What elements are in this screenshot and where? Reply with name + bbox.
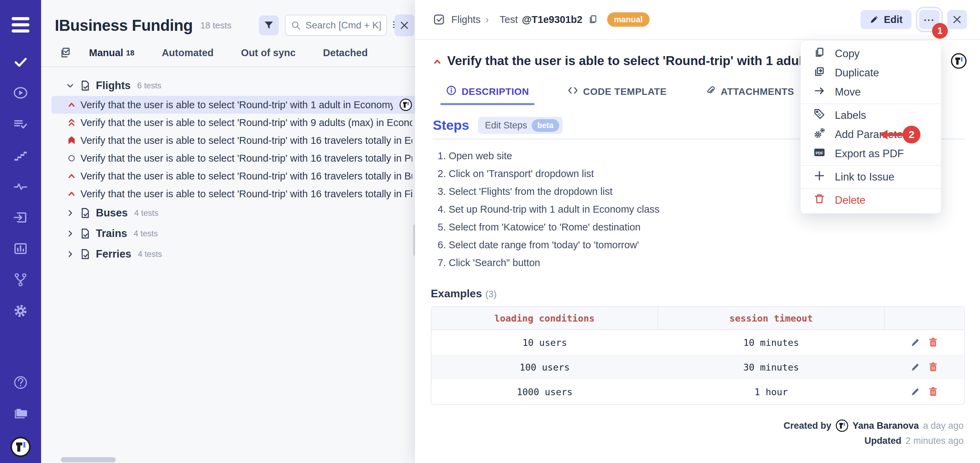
menu-item-delete[interactable]: Delete <box>800 191 941 210</box>
git-branch-icon[interactable] <box>13 272 29 288</box>
edit-row-button[interactable] <box>910 386 921 397</box>
breadcrumb-folder[interactable]: Flights <box>451 14 480 25</box>
import-box-icon[interactable] <box>13 210 29 225</box>
menu-item-link-to-issue[interactable]: Link to Issue <box>800 167 941 187</box>
info-icon <box>446 85 457 98</box>
examples-cell: 1 hour <box>658 379 884 404</box>
examples-column-header: session timeout <box>658 307 884 330</box>
select-all-check-icon[interactable] <box>59 46 71 59</box>
priority-normal-icon <box>67 154 76 163</box>
updated-ago: 2 minutes ago <box>905 436 964 446</box>
edit-row-button[interactable] <box>910 362 921 372</box>
tree-group-ferries[interactable]: Ferries4 tests <box>41 244 418 264</box>
projects-folders-icon[interactable] <box>13 406 29 421</box>
plans-list-check-icon[interactable] <box>13 116 29 132</box>
menu-item-export-as-pdf[interactable]: PDFExport as PDF <box>800 144 941 163</box>
runs-play-circle-icon[interactable] <box>13 85 29 101</box>
chevron-right-icon[interactable] <box>66 208 75 218</box>
delete-row-button[interactable] <box>928 362 939 372</box>
test-row[interactable]: Verify that the user is able to select '… <box>51 185 416 203</box>
suite-doc-icon <box>80 228 91 239</box>
group-count: 4 tests <box>134 229 158 239</box>
pulse-analytics-icon[interactable] <box>13 178 29 194</box>
suite-doc-icon <box>80 249 91 259</box>
group-name: Buses <box>96 207 128 219</box>
menu-item-duplicate[interactable]: Duplicate <box>800 64 941 83</box>
test-row[interactable]: Verify that the user is able to select '… <box>51 96 416 114</box>
annotation-badge-1: 1 <box>932 23 948 39</box>
more-actions-button[interactable]: ... 1 <box>919 10 940 29</box>
examples-cell: 10 minutes <box>658 330 884 355</box>
priority-high-icon <box>433 57 442 66</box>
examples-cell: 10 users <box>431 330 658 355</box>
test-row[interactable]: Verify that the user is able to select '… <box>51 114 416 132</box>
code-icon <box>567 85 578 98</box>
chevron-right-icon[interactable] <box>66 229 75 238</box>
settings-gear-icon[interactable] <box>13 303 29 319</box>
group-name: Ferries <box>96 248 131 260</box>
reports-bar-chart-icon[interactable] <box>13 241 29 256</box>
menu-item-copy[interactable]: Copy <box>800 44 941 64</box>
tree-group-flights[interactable]: Flights6 tests <box>41 75 418 96</box>
pencil-icon <box>869 15 879 24</box>
user-avatar-logo[interactable] <box>10 436 31 458</box>
menu-divider <box>800 188 941 189</box>
test-type-tabs: Manual18AutomatedOut of syncDetached <box>41 46 418 67</box>
steps-heading: Steps <box>433 118 469 133</box>
help-question-icon[interactable] <box>13 375 29 390</box>
created-by-label: Created by <box>783 420 831 431</box>
menu-item-labels[interactable]: Labels <box>800 106 941 125</box>
close-icon <box>400 21 409 30</box>
tests-count: 18 tests <box>200 20 231 31</box>
copy-id-icon[interactable] <box>588 14 598 25</box>
test-row[interactable]: Verify that the user is able to select '… <box>51 167 416 185</box>
edit-row-button[interactable] <box>910 337 921 348</box>
horizontal-scrollbar-thumb[interactable] <box>61 457 116 462</box>
examples-count: (3) <box>485 289 496 299</box>
test-row-title: Verify that the user is able to select '… <box>81 188 412 200</box>
trash-icon <box>814 193 825 207</box>
filter-button[interactable] <box>259 16 279 35</box>
examples-table: loading conditionssession timeout 10 use… <box>431 306 965 405</box>
hamburger-menu-icon[interactable] <box>12 17 29 33</box>
delete-row-button[interactable] <box>928 386 939 397</box>
tab-detached[interactable]: Detached <box>323 47 368 59</box>
test-row[interactable]: Verify that the user is able to select '… <box>51 149 416 167</box>
svg-text:PDF: PDF <box>816 151 823 155</box>
edit-button[interactable]: Edit <box>861 10 912 29</box>
tab-manual[interactable]: Manual18 <box>89 47 134 59</box>
close-detail-button[interactable] <box>947 10 967 29</box>
examples-cell: 100 users <box>431 355 658 379</box>
menu-item-move[interactable]: Move <box>800 83 941 102</box>
move-icon <box>814 85 825 99</box>
priority-high-icon <box>67 189 76 198</box>
priority-high-icon <box>67 172 76 180</box>
delete-row-button[interactable] <box>928 337 939 348</box>
examples-heading: Examples(3) <box>415 287 980 300</box>
created-ago: a day ago <box>923 420 964 431</box>
steps-stairs-icon[interactable] <box>13 147 29 163</box>
author-name: Yana Baranova <box>853 420 919 431</box>
tree-group-buses[interactable]: Buses4 tests <box>41 203 418 223</box>
menu-divider <box>800 103 941 104</box>
detail-tab-attachments[interactable]: ATTACHMENTS <box>705 85 794 105</box>
tab-out-of-sync[interactable]: Out of sync <box>241 47 296 59</box>
test-row[interactable]: Verify that the user is able to select '… <box>51 132 416 149</box>
menu-item-add-parameter[interactable]: Add Parameter2 <box>800 125 941 144</box>
detail-tab-code-template[interactable]: CODE TEMPLATE <box>567 85 667 105</box>
priority-critical-icon <box>67 136 76 145</box>
detail-tab-description[interactable]: DESCRIPTION <box>446 85 529 105</box>
test-tree: Flights6 testsVerify that the user is ab… <box>41 67 418 264</box>
chevron-right-icon[interactable] <box>66 250 75 259</box>
tests-check-icon[interactable] <box>13 54 29 70</box>
author-avatar <box>835 419 848 432</box>
priority-highest-icon <box>67 118 76 127</box>
search-input[interactable]: Search [Cmd + K] <box>285 15 387 36</box>
tab-automated[interactable]: Automated <box>162 47 213 59</box>
test-row-title: Verify that the user is able to select '… <box>81 99 393 111</box>
chevron-down-icon[interactable] <box>66 81 75 90</box>
close-panel-button[interactable] <box>395 14 414 36</box>
group-name: Trains <box>96 228 127 240</box>
tree-group-trains[interactable]: Trains4 tests <box>41 223 418 244</box>
edit-steps-button[interactable]: Edit Steps beta <box>478 117 562 134</box>
